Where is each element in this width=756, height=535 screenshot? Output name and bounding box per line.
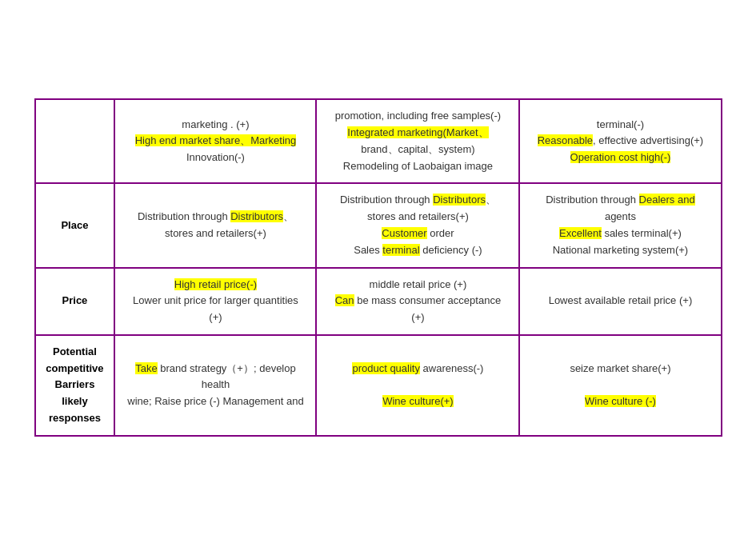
highlight-dealers: Dealers and — [639, 194, 695, 206]
competitive-analysis-table: marketing . (+) High end market share、Ma… — [34, 98, 722, 437]
text-lowest-retail: Lowest available retail price (+) — [549, 294, 693, 306]
table-row-marketing: marketing . (+) High end market share、Ma… — [35, 99, 722, 183]
highlight-operation-cost: Operation cost high(-) — [570, 151, 671, 163]
text-sales-terminal: Sales — [354, 244, 382, 256]
text-promotion: promotion, including free samples(-) — [335, 110, 501, 122]
table-row-price: Price High retail price(-) Lower unit pr… — [35, 268, 722, 335]
cell-barriers-col2: Take brand strategy（+）; develop healthwi… — [114, 335, 316, 436]
text-middle-retail: middle retail price (+) — [370, 278, 467, 290]
cell-place-col3: Distribution through Distributors、stores… — [316, 183, 519, 267]
cell-marketing-col3: promotion, including free samples(-) Int… — [316, 99, 519, 183]
text-effective-advertising: , effective advertising(+) — [593, 134, 703, 146]
cell-place-col2: Distribution through Distributors、stores… — [114, 183, 316, 267]
highlight-high-retail: High retail price(-) — [174, 278, 257, 290]
highlight-integrated: Integrated marketing(Market、 — [347, 126, 488, 138]
highlight-wine-culture-col3: Wine culture(+) — [382, 395, 454, 407]
text-lower-unit: Lower unit price for larger quantities (… — [133, 294, 298, 323]
text-seize-market: seize market share(+) — [570, 362, 670, 374]
text-sales-terminal2: sales terminal(+) — [602, 227, 682, 239]
highlight-place-dist1: Distributors — [230, 210, 283, 222]
highlight-marketing-highend: High end market share、Marketing — [135, 134, 297, 146]
text-dist-dealers: Distribution through — [546, 194, 638, 206]
text-remodeling: Remodeling of Laobaigan image — [343, 160, 493, 172]
cell-barriers-col4: seize market share(+) Wine culture (-) — [519, 335, 721, 436]
text-terminal: terminal(-) — [597, 118, 644, 130]
text-deficiency: deficiency (-) — [420, 244, 482, 256]
highlight-take: Take — [135, 362, 157, 374]
header-barriers-text: Potential competitive Barriers likely re… — [46, 345, 103, 424]
cell-marketing-col2: marketing . (+) High end market share、Ma… — [114, 99, 316, 183]
text-place-dist2: Distribution through — [340, 194, 433, 206]
text-marketing-innovation: Innovation(-) — [186, 151, 245, 163]
highlight-wine-culture-col4: Wine culture (-) — [585, 395, 656, 407]
text-national-marketing: National marketing system(+) — [553, 244, 688, 256]
text-place-dist1: Distribution through — [138, 210, 230, 222]
text-agents: agents — [605, 210, 636, 222]
text-brand-capital: brand、capital、system) — [361, 143, 474, 155]
header-place: Place — [35, 183, 115, 267]
cell-barriers-col3: product quality awareness(-) Wine cultur… — [316, 335, 519, 436]
header-barriers: Potential competitive Barriers likely re… — [35, 335, 115, 436]
text-mass-consumer: be mass consumer acceptance(+) — [354, 294, 502, 323]
highlight-reasonable: Reasonable — [538, 134, 593, 146]
text-awareness: awareness(-) — [420, 362, 483, 374]
highlight-customer: Customer — [382, 227, 426, 239]
table-row-barriers: Potential competitive Barriers likely re… — [35, 335, 722, 436]
cell-price-col2: High retail price(-) Lower unit price fo… — [114, 268, 316, 335]
highlight-terminal-place: terminal — [382, 244, 419, 256]
page-wrapper: marketing . (+) High end market share、Ma… — [18, 74, 738, 461]
cell-marketing-col4: terminal(-) Reasonable, effective advert… — [519, 99, 721, 183]
text-marketing-label: marketing . (+) — [182, 118, 249, 130]
header-price: Price — [35, 268, 115, 335]
cell-price-col4: Lowest available retail price (+) — [519, 268, 721, 335]
highlight-excellent: Excellent — [559, 227, 602, 239]
table-row-place: Place Distribution through Distributors、… — [35, 183, 722, 267]
text-order: order — [427, 227, 454, 239]
cell-price-col3: middle retail price (+) Can be mass cons… — [316, 268, 519, 335]
highlight-can: Can — [335, 294, 354, 306]
highlight-product-quality: product quality — [352, 362, 420, 374]
cell-place-col4: Distribution through Dealers and agents … — [519, 183, 721, 267]
header-marketing — [35, 99, 115, 183]
highlight-place-dist2: Distributors — [433, 194, 486, 206]
